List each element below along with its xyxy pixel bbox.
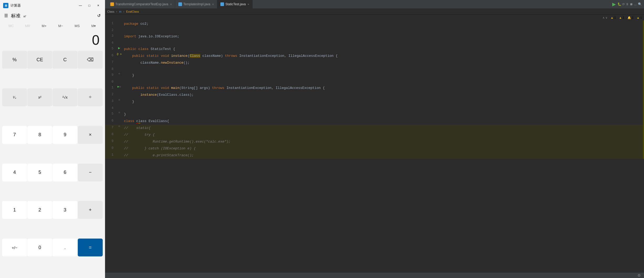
breadcrumb-text: Class › m › EvalClass [107, 10, 139, 13]
ce-button[interactable]: CE [27, 51, 52, 69]
nine-button[interactable]: 9 [53, 126, 77, 144]
toolbar-icons: 🐛 ⟳ ⏸ ⏹ ... [617, 2, 636, 6]
code-line-8: 8 [105, 66, 644, 72]
three-button[interactable]: 3 [53, 201, 77, 219]
code-line-13: 3 ⊖ } [105, 98, 644, 105]
minus-button[interactable]: − [78, 164, 103, 181]
tab-icon-templates [178, 2, 182, 6]
code-line-20: 0 // } catch (IOException e) { [105, 145, 644, 152]
mr-button[interactable]: MR [20, 22, 36, 29]
tab-icon-statictest [220, 2, 224, 6]
tab-close-templates[interactable]: × [212, 3, 214, 6]
code-line-3: 3 import java.io.IOException; [105, 33, 644, 40]
mc-button[interactable]: MC [3, 22, 19, 29]
warning-count-1: 1 [614, 16, 616, 19]
warning-triangle-icon-2: ▲ [619, 16, 622, 19]
five-button[interactable]: 5 [27, 164, 52, 181]
memory-bar: MC MR M+ M− MS M▾ [0, 21, 105, 31]
warning-triangle-icon-3: ▲ [637, 16, 640, 19]
four-button[interactable]: 4 [2, 164, 27, 181]
plus-button[interactable]: + [78, 201, 103, 219]
tab-statictest[interactable]: StaticTest.java × [217, 0, 253, 8]
eight-button[interactable]: 8 [27, 126, 52, 144]
code-line-21: 1 // e.printStackTrace(); [105, 152, 644, 159]
one-button[interactable]: 1 [2, 201, 27, 219]
equals-button[interactable]: = [78, 239, 103, 256]
percent-button[interactable]: % [2, 51, 27, 69]
code-line-2: 2 [105, 27, 644, 33]
reciprocal-button[interactable]: ¹⁄ₓ [2, 88, 27, 106]
code-line-16: 6 class class EvalClass{ [105, 118, 644, 125]
bell-icon: 🔔 [627, 16, 631, 19]
scroll-indicator [643, 21, 644, 159]
display-value: 0 [5, 33, 100, 48]
history-button[interactable]: ↺ [96, 12, 102, 19]
tab-transforming[interactable]: TransformingComparatorTestExp.java × [107, 0, 175, 8]
bell-item: 🔔 1 [627, 16, 633, 19]
code-line-11: 1 ▶ ⊖ public static void main(String[] a… [105, 85, 644, 92]
code-line-5: 5 ▶ public class StaticTest { [105, 46, 644, 53]
breadcrumb: Class › m › EvalClass [105, 8, 644, 15]
warning-count-2: 1 [623, 16, 624, 19]
mminus-button[interactable]: M− [53, 22, 69, 29]
code-line-17: 7 ⊖ // static{ [105, 125, 644, 132]
warning-count-3: 1 [640, 16, 642, 19]
tab-templates[interactable]: TemplatesImpl.java × [175, 0, 217, 8]
code-line-12: 2 instance(EvalClass.class); [105, 92, 644, 98]
calc-app-icon: ⊞ [3, 3, 8, 8]
code-line-14: 4 [105, 105, 644, 111]
decimal-button[interactable]: . [53, 239, 77, 256]
ide-tabs: TransformingComparatorTestExp.java × Tem… [107, 0, 253, 8]
bell-count: 1 [632, 16, 633, 19]
run-button[interactable]: ▶ [612, 1, 616, 7]
warning-item-2: ▲ 1 [619, 16, 624, 19]
code-line-4: 4 [105, 40, 644, 46]
ide-top-bar: TransformingComparatorTestExp.java × Tem… [105, 0, 644, 8]
calc-mode-label: 标准 ㎡ [11, 13, 94, 19]
code-editor[interactable]: 1 package cc2; 2 3 import java.io.IOExce… [105, 21, 644, 272]
code-line-7: 7 className.newInstance(); [105, 59, 644, 66]
calc-display: 0 [0, 31, 105, 49]
clear-button[interactable]: C [53, 51, 77, 69]
code-line-10: 0 [105, 79, 644, 85]
code-line-9: 9 ⊖ } [105, 72, 644, 79]
two-button[interactable]: 2 [27, 201, 52, 219]
ide-toolbar-right: ▶ 🐛 ⟳ ⏸ ⏹ ... 🔍 [612, 1, 642, 7]
warning-item-1: ▲ 1 [611, 16, 616, 19]
divide-button[interactable]: ÷ [78, 88, 103, 106]
calculator-panel: ⊞ 计算器 — □ × ☰ 标准 ㎡ ↺ MC MR M+ M− MS M▾ 0… [0, 0, 105, 278]
warning-triangle-icon: ▲ [611, 16, 614, 19]
square-button[interactable]: x² [27, 88, 52, 106]
search-icon[interactable]: 🔍 [638, 2, 642, 6]
settings-icon[interactable]: ⚙ [637, 273, 641, 277]
tab-label-statictest: StaticTest.java [225, 2, 246, 6]
tab-icon-transforming [110, 2, 114, 6]
tab-close-transforming[interactable]: × [170, 3, 172, 6]
code-line-15: 5 ⊖ } [105, 111, 644, 118]
multiply-button[interactable]: × [78, 126, 103, 144]
mplus-button[interactable]: M+ [36, 22, 52, 29]
mview-button[interactable]: M▾ [86, 22, 102, 29]
run-arrow-icon-2: ▶ [117, 85, 119, 89]
close-button[interactable]: × [95, 2, 102, 9]
sqrt-button[interactable]: ²√x [53, 88, 77, 106]
warning-item-3: ▲ 1 [637, 16, 642, 19]
calc-title: 计算器 [11, 3, 75, 8]
expand-icon: ∧ ∨ [603, 16, 607, 19]
ms-button[interactable]: MS [69, 22, 85, 29]
zero-button[interactable]: 0 [27, 239, 52, 256]
minimize-button[interactable]: — [77, 2, 84, 9]
seven-button[interactable]: 7 [2, 126, 27, 144]
plusminus-button[interactable]: +/− [2, 239, 27, 256]
code-line-1: 1 package cc2; [105, 21, 644, 27]
code-line-6: 6 @ ⊖ public static void instance(Class … [105, 53, 644, 59]
hamburger-button[interactable]: ☰ [3, 12, 9, 19]
code-line-18: 8 // try { [105, 132, 644, 138]
six-button[interactable]: 6 [53, 164, 77, 181]
backspace-button[interactable]: ⌫ [78, 51, 103, 69]
restore-button[interactable]: □ [86, 2, 93, 9]
tab-close-statictest[interactable]: × [248, 3, 249, 6]
ide-panel: TransformingComparatorTestExp.java × Tem… [105, 0, 644, 278]
calc-titlebar: ⊞ 计算器 — □ × [0, 0, 105, 11]
calc-header: ☰ 标准 ㎡ ↺ [0, 11, 105, 21]
